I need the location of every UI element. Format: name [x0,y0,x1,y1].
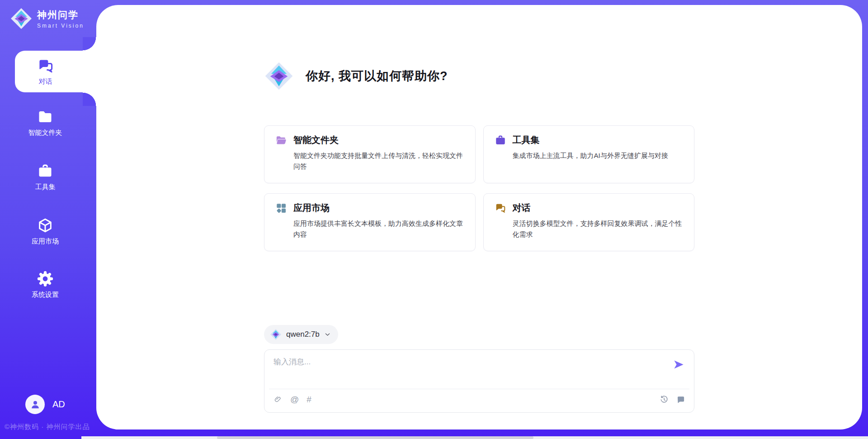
sidebar-item-chat[interactable]: 对话 [15,51,97,92]
card-title: 智能文件夹 [293,134,339,146]
gear-icon [37,271,53,287]
hashtag-button[interactable]: # [307,395,311,404]
card-title: 应用市场 [293,202,330,214]
message-input-box: @ # [264,349,694,413]
user-account[interactable]: AD [25,395,65,414]
sidebar-item-label: 工具集 [35,183,56,191]
main-content: 你好, 我可以如何帮助你? 智能文件夹 智能文件夹功能支持批量文件上传与清洗，轻… [96,5,862,429]
user-name: AD [52,399,65,410]
sidebar-item-label: 智能文件夹 [28,129,62,137]
app-grid-icon [275,202,287,214]
brand: 神州问学 Smart Vision [10,7,84,30]
card-app-market[interactable]: 应用市场 应用市场提供丰富长文本模板，助力高效生成多样化文章内容 [264,193,476,251]
model-diamond-icon [270,329,282,340]
card-description: 应用市场提供丰富长文本模板，助力高效生成多样化文章内容 [293,218,464,240]
feature-cards: 智能文件夹 智能文件夹功能支持批量文件上传与清洗，轻松实现文件问答 工具集 集成… [264,125,694,251]
briefcase-icon [495,134,506,146]
greeting: 你好, 我可以如何帮助你? [264,61,448,91]
composer-tools-right [659,395,685,404]
card-title: 对话 [513,202,531,214]
model-name: qwen2:7b [286,330,320,339]
brand-subtitle: Smart Vision [37,23,84,29]
sidebar-item-label: 应用市场 [32,237,59,246]
composer: qwen2:7b [264,325,694,413]
chat-icon [37,57,54,75]
chat-icon [495,202,506,214]
sidebar-item-toolkit[interactable]: 工具集 [0,163,90,191]
attach-file-button[interactable] [273,395,283,404]
card-description: 智能文件夹功能支持批量文件上传与清洗，轻松实现文件问答 [293,150,464,172]
sidebar-item-label: 系统设置 [32,291,59,299]
sidebar-item-settings[interactable]: 系统设置 [0,271,90,299]
send-icon [673,358,685,371]
tab-curve-bottom [83,92,96,106]
card-title: 工具集 [513,134,540,146]
card-toolkit[interactable]: 工具集 集成市场上主流工具，助力AI与外界无缝扩展与对接 [483,125,695,183]
card-description: 集成市场上主流工具，助力AI与外界无缝扩展与对接 [513,150,684,161]
avatar [25,395,45,414]
composer-tools-left: @ # [273,395,311,404]
greeting-text: 你好, 我可以如何帮助你? [306,68,448,84]
new-chat-button[interactable] [676,395,685,404]
history-button[interactable] [659,395,669,404]
brand-diamond-icon [10,7,33,30]
send-button[interactable] [673,358,685,371]
mention-button[interactable]: @ [290,395,299,404]
assistant-diamond-icon [264,61,294,91]
tab-curve-top [83,37,96,51]
folder-open-icon [275,134,287,146]
cube-icon [37,217,53,234]
scrollbar-thumb[interactable] [217,436,533,439]
model-selector[interactable]: qwen2:7b [264,325,338,344]
briefcase-icon [37,163,53,179]
sidebar-item-smart-folder[interactable]: 智能文件夹 [0,109,90,137]
card-chat[interactable]: 对话 灵活切换多模型文件，支持多样回复效果调试，满足个性化需求 [483,193,695,251]
history-icon [660,395,669,404]
input-divider [269,389,689,389]
sidebar-item-label: 对话 [39,77,52,86]
folder-icon [37,109,53,125]
card-description: 灵活切换多模型文件，支持多样回复效果调试，满足个性化需求 [513,218,684,240]
person-icon [29,399,41,410]
paperclip-icon [274,395,283,404]
message-input[interactable] [274,357,666,383]
chevron-down-icon [324,331,331,338]
horizontal-scrollbar[interactable] [81,436,868,439]
chat-bubble-icon [676,395,685,404]
sidebar-item-app-market[interactable]: 应用市场 [0,217,90,246]
app-root: 神州问学 Smart Vision 对话 智能文件夹 工具集 [0,0,868,439]
card-smart-folder[interactable]: 智能文件夹 智能文件夹功能支持批量文件上传与清洗，轻松实现文件问答 [264,125,476,183]
copyright-text: ©神州数码 · 神州问学出品 [5,423,90,431]
brand-name: 神州问学 [37,9,84,21]
